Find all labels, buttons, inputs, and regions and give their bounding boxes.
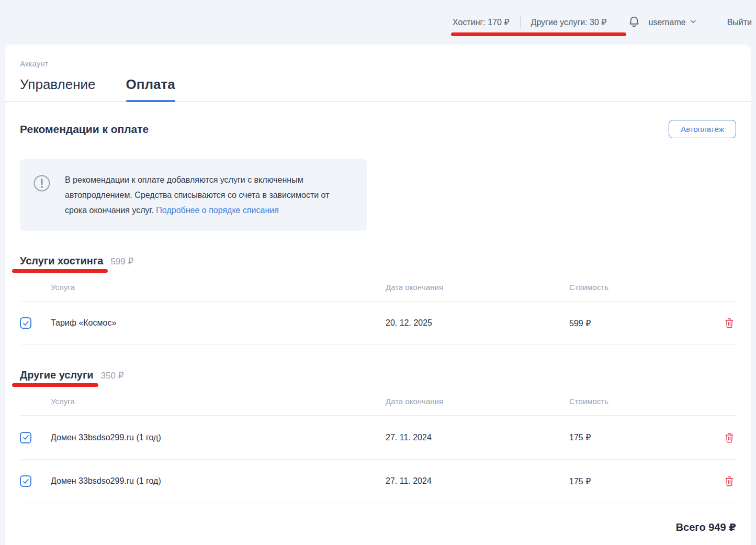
balance-divider (520, 16, 521, 29)
tab-management[interactable]: Управление (20, 76, 96, 102)
table-row: Тариф «Космос» 20. 12. 2025 599 ₽ (20, 301, 736, 345)
info-icon (33, 172, 50, 218)
section-title-text: Услуги хостинга (20, 255, 103, 266)
account-card: Аккаунт УправлениеОплата Рекомендации к … (5, 45, 751, 545)
end-date: 27. 11. 2024 (386, 476, 569, 486)
table-header: Услуга Дата окончания Стоимость (20, 397, 736, 415)
tab-payment[interactable]: Оплата (126, 76, 175, 102)
column-header-service: Услуга (51, 397, 386, 406)
row-checkbox[interactable] (20, 475, 31, 487)
end-date: 20. 12. 2025 (386, 318, 569, 328)
chevron-down-icon (690, 18, 697, 27)
notifications-button[interactable] (627, 15, 641, 30)
hosting-balance[interactable]: Хостинг: 170 ₽ (453, 17, 510, 27)
column-header-cost: Стоимость (569, 283, 723, 292)
bell-icon (627, 15, 641, 30)
page-title: Рекомендации к оплате (20, 123, 149, 136)
trash-icon[interactable] (723, 317, 736, 329)
table-rows: Тариф «Космос» 20. 12. 2025 599 ₽ (20, 301, 736, 345)
payment-section: Услуги хостинга 599 ₽ Услуга Дата оконча… (20, 255, 736, 345)
logout-button[interactable]: Выйти (727, 18, 752, 27)
username-label: username (648, 18, 685, 27)
other-services-balance[interactable]: Другие услуги: 30 ₽ (531, 17, 607, 27)
section-title-text: Другие услуги (20, 369, 94, 381)
row-checkbox[interactable] (20, 317, 31, 329)
table-header: Услуга Дата окончания Стоимость (20, 283, 736, 301)
tabs: УправлениеОплата (20, 76, 736, 102)
breadcrumb: Аккаунт (20, 45, 736, 68)
table-rows: Домен 33bsdso299.ru (1 год) 27. 11. 2024… (20, 415, 736, 503)
service-name: Домен 33bsdso299.ru (1 год) (51, 433, 386, 442)
autopay-button[interactable]: Автоплатёж (669, 120, 736, 138)
sections-container: Услуги хостинга 599 ₽ Услуга Дата оконча… (20, 255, 736, 503)
trash-icon[interactable] (723, 431, 736, 444)
row-checkbox[interactable] (20, 432, 31, 443)
annotation-underline-balances (451, 32, 626, 36)
section-subtotal: 599 ₽ (110, 256, 133, 267)
section-title: Другие услуги (20, 369, 94, 381)
section-subtotal: 350 ₽ (101, 370, 124, 381)
column-header-cost: Стоимость (569, 397, 723, 406)
column-header-end-date: Дата окончания (386, 397, 569, 406)
annotation-underline-section (12, 269, 108, 273)
annotation-underline-section (12, 383, 98, 387)
end-date: 27. 11. 2024 (386, 433, 569, 442)
notice-box: В рекомендации к оплате добавляются услу… (20, 159, 367, 231)
notice-text: В рекомендации к оплате добавляются услу… (65, 172, 351, 218)
cost: 599 ₽ (569, 318, 723, 328)
balance-group: Хостинг: 170 ₽ Другие услуги: 30 ₽ (453, 16, 606, 29)
topbar: Хостинг: 170 ₽ Другие услуги: 30 ₽ usern… (0, 0, 756, 45)
service-name: Домен 33bsdso299.ru (1 год) (51, 476, 386, 486)
user-menu[interactable]: username (648, 18, 696, 27)
table-row: Домен 33bsdso299.ru (1 год) 27. 11. 2024… (20, 415, 736, 459)
payment-section: Другие услуги 350 ₽ Услуга Дата окончани… (20, 369, 736, 503)
column-header-end-date: Дата окончания (386, 283, 569, 292)
tabs-divider (5, 101, 751, 102)
notice-link[interactable]: Подробнее о порядке списания (156, 206, 279, 215)
section-title: Услуги хостинга (20, 255, 103, 267)
cost: 175 ₽ (569, 476, 723, 486)
trash-icon[interactable] (723, 475, 736, 487)
table-row: Домен 33bsdso299.ru (1 год) 27. 11. 2024… (20, 459, 736, 503)
cost: 175 ₽ (569, 432, 723, 442)
column-header-service: Услуга (51, 283, 386, 292)
total-amount: Всего 949 ₽ (20, 521, 736, 533)
service-name: Тариф «Космос» (51, 318, 386, 328)
